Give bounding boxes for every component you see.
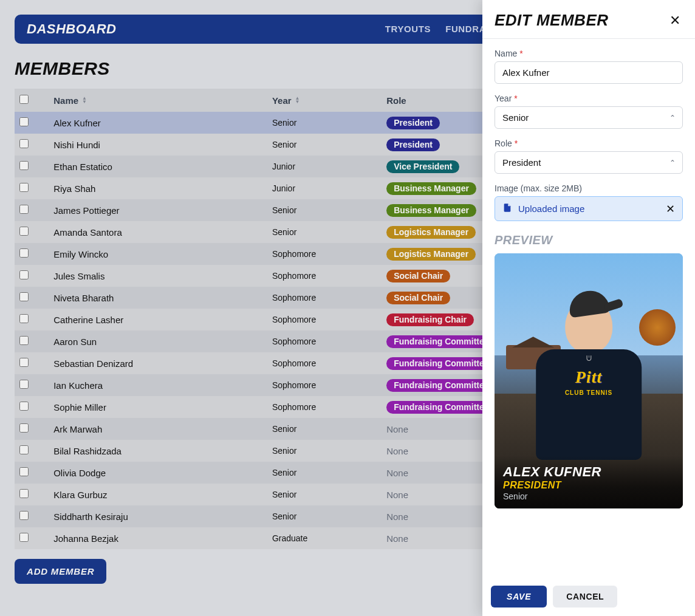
select-all-checkbox[interactable] <box>19 95 29 104</box>
preview-heading: PREVIEW <box>495 233 683 247</box>
drawer-title: EDIT MEMBER <box>495 11 609 30</box>
row-checkbox[interactable] <box>19 533 29 542</box>
role-badge: Logistics Manager <box>386 248 476 261</box>
cell-year: Sophomore <box>267 352 382 374</box>
year-select[interactable]: Senior <box>495 106 683 129</box>
role-none: None <box>386 446 408 456</box>
preview-name: ALEX KUFNER <box>503 464 674 480</box>
role-badge: Social Chair <box>386 270 450 282</box>
role-badge: Fundraising Committee <box>386 379 496 392</box>
cell-year: Senior <box>267 112 382 134</box>
cell-name: Alex Kufner <box>49 112 267 134</box>
cell-year: Senior <box>267 418 382 440</box>
role-none: None <box>386 424 408 434</box>
th-year[interactable]: Year <box>272 95 292 106</box>
cell-name: Siddharth Kesiraju <box>49 505 267 527</box>
row-checkbox[interactable] <box>19 423 29 433</box>
cell-year: Graduate <box>267 527 382 549</box>
cell-year: Sophomore <box>267 330 382 352</box>
file-icon <box>502 203 512 214</box>
row-checkbox[interactable] <box>19 336 29 345</box>
cell-name: Ark Marwah <box>49 418 267 440</box>
row-checkbox[interactable] <box>19 139 29 148</box>
cell-name: James Pottieger <box>49 199 267 221</box>
role-badge: Social Chair <box>386 292 450 304</box>
close-icon[interactable]: ✕ <box>667 12 683 30</box>
row-checkbox[interactable] <box>19 489 29 498</box>
row-checkbox[interactable] <box>19 248 29 258</box>
sort-icon[interactable]: ▲▼ <box>295 97 300 104</box>
cell-year: Senior <box>267 484 382 505</box>
name-input[interactable] <box>495 61 683 84</box>
row-checkbox[interactable] <box>19 358 29 367</box>
uploaded-image-text: Uploaded image <box>518 204 584 214</box>
role-none: None <box>386 490 408 500</box>
role-badge: Vice President <box>386 160 459 173</box>
nav-item-tryouts[interactable]: TRYOUTS <box>385 16 431 43</box>
role-select[interactable]: President <box>495 151 683 174</box>
add-member-button[interactable]: ADD MEMBER <box>15 559 106 584</box>
remove-image-icon[interactable]: ✕ <box>666 204 675 214</box>
row-checkbox[interactable] <box>19 270 29 279</box>
role-badge: President <box>386 117 440 129</box>
row-checkbox[interactable] <box>19 183 29 192</box>
cell-name: Catherine Lasher <box>49 309 267 330</box>
role-none: None <box>386 533 408 544</box>
role-badge: Fundraising Committee <box>386 335 496 348</box>
cancel-button[interactable]: CANCEL <box>553 586 617 607</box>
preview-role: PRESIDENT <box>503 480 674 491</box>
uploaded-image-chip[interactable]: Uploaded image ✕ <box>495 196 683 221</box>
brand-title: DASHBOARD <box>27 21 117 37</box>
row-checkbox[interactable] <box>19 227 29 236</box>
cell-name: Johanna Bezjak <box>49 527 267 549</box>
name-label: Name * <box>495 49 683 58</box>
cell-year: Sophomore <box>267 309 382 330</box>
cell-year: Junior <box>267 156 382 177</box>
th-name[interactable]: Name <box>53 95 78 106</box>
row-checkbox[interactable] <box>19 314 29 323</box>
cell-name: Ian Kuchera <box>49 374 267 396</box>
row-checkbox[interactable] <box>19 292 29 301</box>
cell-name: Niveta Bharath <box>49 287 267 309</box>
cell-year: Senior <box>267 221 382 243</box>
role-none: None <box>386 512 408 522</box>
cell-year: Sophomore <box>267 243 382 265</box>
cell-name: Emily Wincko <box>49 243 267 265</box>
sort-icon[interactable]: ▲▼ <box>82 97 87 104</box>
cell-year: Sophomore <box>267 374 382 396</box>
cell-year: Senior <box>267 462 382 484</box>
preview-card: ᕫ Pitt CLUB TENNIS ALEX KUFNER PRESIDENT… <box>495 253 683 508</box>
role-none: None <box>386 468 408 478</box>
cell-name: Klara Gurbuz <box>49 484 267 505</box>
row-checkbox[interactable] <box>19 117 29 126</box>
cell-name: Riya Shah <box>49 177 267 199</box>
row-checkbox[interactable] <box>19 380 29 389</box>
cell-year: Junior <box>267 177 382 199</box>
cell-name: Sebastian Denizard <box>49 352 267 374</box>
cell-year: Sophomore <box>267 265 382 287</box>
cell-name: Amanda Santora <box>49 221 267 243</box>
year-label: Year * <box>495 94 683 103</box>
th-role[interactable]: Role <box>386 95 406 106</box>
cell-year: Senior <box>267 505 382 527</box>
cell-name: Sophie Miller <box>49 396 267 418</box>
cell-year: Senior <box>267 199 382 221</box>
role-badge: Logistics Manager <box>386 226 476 239</box>
row-checkbox[interactable] <box>19 205 29 214</box>
row-checkbox[interactable] <box>19 161 29 170</box>
row-checkbox[interactable] <box>19 445 29 454</box>
cell-name: Jules Smalis <box>49 265 267 287</box>
cell-year: Sophomore <box>267 287 382 309</box>
role-badge: Fundraising Chair <box>386 313 474 326</box>
cell-name: Olivia Dodge <box>49 462 267 484</box>
cell-name: Ethan Estatico <box>49 156 267 177</box>
row-checkbox[interactable] <box>19 467 29 476</box>
row-checkbox[interactable] <box>19 511 29 520</box>
edit-member-drawer: EDIT MEMBER ✕ Name * Year * Senior ⌃ Rol… <box>482 0 695 616</box>
cell-name: Nishi Hundi <box>49 134 267 156</box>
cell-year: Senior <box>267 440 382 462</box>
save-button[interactable]: SAVE <box>491 586 547 607</box>
row-checkbox[interactable] <box>19 402 29 411</box>
cell-name: Aaron Sun <box>49 330 267 352</box>
role-badge: Fundraising Committee <box>386 357 496 370</box>
